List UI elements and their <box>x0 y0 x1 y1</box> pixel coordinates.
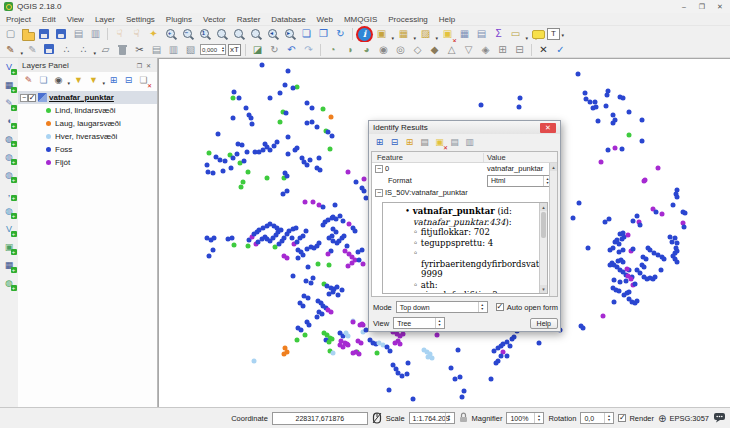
collapse-all-button[interactable]: ⊟ <box>122 74 135 87</box>
zoom-to-selection-button[interactable] <box>231 27 246 42</box>
interpolation-tool-button[interactable]: ◑ <box>342 42 357 57</box>
pan-map-button[interactable]: ☟ <box>129 27 144 42</box>
scroll-down-icon[interactable] <box>540 285 547 293</box>
panel-close-icon[interactable]: ✕ <box>144 62 153 69</box>
new-project-button[interactable]: ▢ <box>3 27 18 42</box>
menu-help[interactable]: Help <box>439 15 455 24</box>
zoom-full-button[interactable] <box>214 27 229 42</box>
mode-spinner-icon[interactable] <box>478 302 486 312</box>
group-expander-icon[interactable] <box>375 189 383 197</box>
snap-text-button[interactable]: xT <box>228 44 241 56</box>
legend-item-4[interactable]: Fljót <box>18 156 157 169</box>
panel-float-icon[interactable]: ❐ <box>135 62 144 69</box>
new-print-composer-button[interactable]: ▤ <box>71 27 86 42</box>
identify-features-button[interactable] <box>358 28 371 41</box>
html-view-scrollbar[interactable] <box>539 203 547 293</box>
magnifier-spinner[interactable]: 100% <box>506 412 544 424</box>
open-field-calculator-button[interactable]: ▤ <box>474 27 489 42</box>
add-web-layer-button[interactable]: ◍ <box>3 277 16 290</box>
delete-selected-button[interactable] <box>115 42 130 57</box>
clear-results-button[interactable]: ▣ <box>433 136 446 149</box>
add-vector-layer-button[interactable]: V <box>3 61 16 74</box>
text-annotation-button[interactable]: T <box>547 28 560 40</box>
zoom-native-resolution-button[interactable]: 1 <box>197 27 212 42</box>
render-checkbox[interactable] <box>618 414 626 422</box>
touch-zoom-and-pan-button[interactable]: ☟ <box>112 27 127 42</box>
add-postgis-layer-button[interactable]: ◖ <box>3 115 16 128</box>
expand-new-results-button[interactable]: ⊞ <box>403 136 416 149</box>
legend-item-1[interactable]: Laug, laugarsvæði <box>18 117 157 130</box>
view-spinner-icon[interactable] <box>435 318 443 328</box>
cut-features-button[interactable]: ✂ <box>132 42 147 57</box>
auto-open-form-checkbox[interactable] <box>496 303 504 311</box>
menu-layer[interactable]: Layer <box>95 15 115 24</box>
close-button[interactable]: ✕ <box>712 1 728 13</box>
add-mssql-layer-button[interactable]: ◍ <box>3 151 16 164</box>
copy-feature-button[interactable]: ▤ <box>448 136 461 149</box>
undo-button[interactable]: ↶ <box>284 42 299 57</box>
layer-row-vatnafar-punktar[interactable]: vatnafar_punktar <box>18 91 157 104</box>
scroll-up-icon[interactable] <box>540 203 547 211</box>
pan-map-to-selection-button[interactable]: ✦ <box>146 27 161 42</box>
select-by-rectangle-button[interactable]: ▧ <box>183 42 198 57</box>
paste-features-button[interactable]: ▥ <box>166 42 181 57</box>
zoom-to-layer-button[interactable] <box>248 27 263 42</box>
menu-view[interactable]: View <box>67 15 84 24</box>
add-group-button[interactable]: ❏ <box>37 74 50 87</box>
measure-line-button[interactable]: ▭ <box>508 27 523 42</box>
menu-database[interactable]: Database <box>271 15 305 24</box>
maximize-button[interactable]: ❐ <box>694 1 710 13</box>
hillshade-tool-button[interactable]: ◇ <box>410 42 425 57</box>
magnifier-spin-icon[interactable] <box>534 413 542 423</box>
menu-raster[interactable]: Raster <box>237 15 261 24</box>
menu-project[interactable]: Project <box>6 15 31 24</box>
refresh-button[interactable]: ↻ <box>333 27 348 42</box>
ruggedness-tool-button[interactable]: ◈ <box>478 42 493 57</box>
layer-expander-icon[interactable] <box>20 94 28 102</box>
vertex-marker-tool-button[interactable]: ✕ <box>536 42 551 57</box>
format-combo[interactable]: Html <box>487 175 553 187</box>
add-oracle-layer-button[interactable]: ◍ <box>3 169 16 182</box>
expand-tree-button[interactable]: ⊞ <box>373 136 386 149</box>
scale-combo[interactable]: 1:1.764.209 <box>409 412 455 424</box>
select-features-button[interactable]: ▣ <box>374 27 389 42</box>
menu-processing[interactable]: Processing <box>388 15 428 24</box>
legend-item-2[interactable]: Hver, hverasvæði <box>18 130 157 143</box>
slope-tool-button[interactable]: △ <box>444 42 459 57</box>
tree-scroll-up-icon[interactable] <box>550 163 557 171</box>
deselect-all-button[interactable]: ▣ <box>440 27 455 42</box>
open-project-button[interactable] <box>20 27 35 42</box>
profile-tool-button[interactable]: ✓ <box>553 42 568 57</box>
composer-manager-button[interactable]: ▥ <box>88 27 103 42</box>
filter-by-expression-button[interactable]: ▼ <box>87 74 100 87</box>
filter-legend-button[interactable]: ▼ <box>72 74 85 87</box>
rotate-point-symbols-button[interactable]: ↻ <box>267 42 282 57</box>
add-database-layer-button[interactable]: ▦ <box>3 259 16 272</box>
legend-item-3[interactable]: Foss <box>18 143 157 156</box>
view-form-button[interactable]: ▤ <box>418 136 431 149</box>
mouse-position-toggle-icon[interactable] <box>372 412 382 424</box>
menu-plugins[interactable]: Plugins <box>166 15 192 24</box>
save-project-as-button[interactable] <box>54 27 69 42</box>
identify-dialog-titlebar[interactable]: Identify Results <box>369 121 560 134</box>
redo-button[interactable]: ↷ <box>301 42 316 57</box>
menu-mmqgis[interactable]: MMQGIS <box>344 15 377 24</box>
save-project-button[interactable] <box>37 27 52 42</box>
result-row-0[interactable]: 0 vatnafar_punktar <box>372 163 557 174</box>
dialog-close-button[interactable] <box>540 123 556 133</box>
contour-tool-button[interactable]: ◉ <box>376 42 391 57</box>
menu-web[interactable]: Web <box>317 15 333 24</box>
add-spatialite-layer-button[interactable]: ◍ <box>3 133 16 146</box>
view-combo[interactable]: Tree <box>393 317 445 329</box>
statistical-summary-button[interactable]: Σ <box>491 27 506 42</box>
crs-button[interactable]: EPSG:3057 <box>658 413 709 424</box>
zoom-last-button[interactable]: ◂ <box>265 27 280 42</box>
add-delimited-text-layer-button[interactable]: , <box>3 187 16 200</box>
menu-settings[interactable]: Settings <box>126 15 155 24</box>
mode-combo[interactable]: Top down <box>396 301 488 313</box>
select-by-freehand-button[interactable]: ▨ <box>418 27 433 42</box>
aspect-tool-button[interactable]: ▽ <box>461 42 476 57</box>
layer-visibility-checkbox[interactable] <box>28 94 36 102</box>
add-wfs-layer-button[interactable]: V <box>3 223 16 236</box>
georeferencer-button[interactable]: ⊟ <box>512 42 527 57</box>
